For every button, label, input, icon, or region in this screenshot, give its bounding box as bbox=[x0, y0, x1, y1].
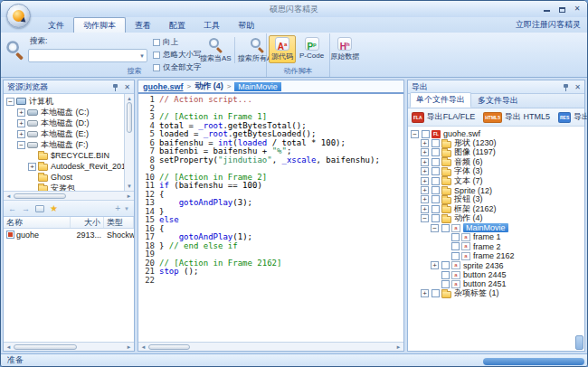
menu-tab-3[interactable]: 配置 bbox=[160, 18, 194, 33]
search-option-1[interactable]: 忽略大小写 bbox=[153, 50, 202, 61]
checkbox-icon[interactable] bbox=[432, 289, 440, 297]
search-as-button-0[interactable]: 搜索当AS bbox=[198, 36, 233, 64]
tree-item[interactable]: +框架 (2162) bbox=[408, 204, 584, 213]
breadcrumb-item-1[interactable]: 动作 (4) bbox=[194, 80, 223, 92]
expand-icon[interactable]: + bbox=[17, 108, 25, 117]
view-mode-button-1[interactable]: PpP-Code bbox=[297, 35, 327, 63]
close-panel-icon[interactable]: ✕ bbox=[574, 83, 581, 91]
breadcrumb-item-2[interactable]: MainMovie bbox=[234, 82, 281, 91]
checkbox-icon[interactable] bbox=[451, 233, 460, 241]
expand-icon[interactable]: + bbox=[421, 167, 429, 175]
actionscript-code-view[interactable]: 1// Action script...23// [Action in Fram… bbox=[138, 94, 403, 342]
checkbox-icon[interactable] bbox=[432, 167, 440, 175]
checkbox-icon[interactable] bbox=[432, 148, 440, 156]
tree-item[interactable]: +杂项标签 (1) bbox=[408, 289, 584, 298]
checkbox-icon[interactable] bbox=[451, 252, 460, 260]
tree-item[interactable]: +图像 (1197) bbox=[408, 148, 584, 157]
tree-item[interactable]: 安装包 bbox=[4, 183, 124, 191]
panel-resize-grip[interactable] bbox=[575, 335, 583, 350]
checkbox-icon[interactable] bbox=[432, 158, 440, 166]
checkbox-icon[interactable] bbox=[432, 177, 440, 185]
checkbox-icon[interactable] bbox=[432, 139, 440, 147]
tree-item[interactable]: +本地磁盘 (D:) bbox=[4, 118, 124, 128]
export-button-0[interactable]: FLA导出FLA/FLE bbox=[412, 111, 475, 123]
search-input[interactable]: ▼ bbox=[28, 49, 147, 62]
export-button-2[interactable]: RES导出资源 bbox=[558, 111, 588, 123]
folder-up-icon[interactable] bbox=[35, 205, 44, 212]
checkbox-icon[interactable] bbox=[432, 186, 440, 194]
expand-icon[interactable]: + bbox=[17, 130, 25, 138]
menu-tab-4[interactable]: 工具 bbox=[194, 18, 229, 33]
close-panel-icon[interactable]: ✕ bbox=[124, 83, 130, 91]
tree-item[interactable]: +本地磁盘 (C:) bbox=[4, 107, 124, 118]
chevron-down-icon[interactable]: ▼ bbox=[139, 53, 145, 59]
tree-item[interactable]: +字体 (3) bbox=[408, 167, 584, 176]
favorites-star-icon[interactable]: ★ bbox=[50, 204, 58, 213]
checkbox-icon[interactable] bbox=[441, 261, 450, 269]
scroll-right-icon[interactable]: ► bbox=[125, 343, 133, 351]
file-list-horizontal-scrollbar[interactable]: ◄ ► bbox=[4, 342, 134, 351]
menu-tab-0[interactable]: 文件 bbox=[39, 18, 73, 33]
tree-item[interactable]: +本地磁盘 (E:) bbox=[4, 128, 124, 139]
add-icon[interactable]: + bbox=[115, 204, 120, 213]
tree-item[interactable]: +Sprite (12) bbox=[408, 185, 584, 194]
tree-item[interactable]: +形状 (1230) bbox=[408, 138, 584, 147]
scroll-right-icon[interactable]: ► bbox=[125, 193, 133, 200]
scroll-thumb[interactable] bbox=[14, 344, 77, 350]
menu-tab-1[interactable]: 动作脚本 bbox=[73, 17, 126, 33]
column-header-0[interactable]: 名称 bbox=[4, 217, 71, 228]
pin-icon[interactable] bbox=[563, 83, 570, 91]
checkbox-icon[interactable] bbox=[441, 271, 450, 279]
forward-icon[interactable]: → bbox=[22, 204, 30, 213]
scroll-left-icon[interactable]: ◄ bbox=[5, 193, 13, 200]
close-button[interactable]: ✕ bbox=[573, 5, 582, 13]
app-orb-button[interactable] bbox=[6, 4, 31, 28]
search-option-0[interactable]: 向上 bbox=[153, 37, 202, 48]
pin-icon[interactable] bbox=[112, 83, 119, 91]
expand-icon[interactable]: + bbox=[28, 163, 36, 171]
export-tab-1[interactable]: 多文件导出 bbox=[472, 94, 524, 108]
tree-item[interactable]: $RECYCLE.BIN bbox=[4, 150, 124, 161]
expand-icon[interactable]: + bbox=[421, 289, 429, 297]
checkbox-icon[interactable] bbox=[432, 214, 440, 222]
expand-icon[interactable]: + bbox=[421, 177, 429, 185]
tree-item[interactable]: −本地磁盘 (F:) bbox=[4, 139, 124, 150]
view-mode-button-2[interactable]: Hh原始数据 bbox=[327, 35, 362, 63]
view-mode-button-0[interactable]: Aa源代码 bbox=[269, 35, 296, 63]
expand-icon[interactable]: + bbox=[421, 205, 429, 213]
expand-icon[interactable]: + bbox=[421, 139, 429, 147]
checkbox-icon[interactable] bbox=[441, 280, 450, 288]
column-header-2[interactable]: 类型 bbox=[104, 217, 134, 228]
expand-icon[interactable]: + bbox=[421, 148, 429, 156]
tree-item[interactable]: +音频 (6) bbox=[408, 157, 584, 166]
back-icon[interactable]: ← bbox=[8, 204, 16, 213]
collapse-icon[interactable]: − bbox=[6, 98, 14, 106]
register-link[interactable]: 立即注册闪客精灵 bbox=[516, 19, 581, 31]
maximize-button[interactable] bbox=[557, 5, 566, 13]
menu-tab-5[interactable]: 帮助 bbox=[229, 18, 263, 33]
collapse-icon[interactable]: − bbox=[421, 214, 429, 222]
column-header-1[interactable]: 大小 bbox=[71, 217, 104, 228]
scroll-down-icon[interactable]: ▼ bbox=[126, 183, 134, 190]
expand-icon[interactable]: + bbox=[17, 119, 25, 127]
export-button-1[interactable]: HTML5导出 HTML5 bbox=[483, 111, 550, 123]
scroll-thumb[interactable] bbox=[127, 102, 132, 133]
chevron-down-icon[interactable]: ▼ bbox=[124, 206, 129, 212]
menu-tab-2[interactable]: 查看 bbox=[126, 18, 160, 33]
scroll-right-icon[interactable]: ► bbox=[394, 343, 403, 351]
checkbox-icon[interactable] bbox=[432, 195, 440, 203]
file-row[interactable]: guohe2913...Shockwave F bbox=[4, 229, 134, 240]
expand-icon[interactable]: + bbox=[421, 186, 429, 194]
expand-icon[interactable]: + bbox=[421, 195, 429, 203]
tree-item[interactable]: +Autodesk_Revit_2016_E bbox=[4, 161, 124, 172]
expand-icon[interactable]: + bbox=[431, 261, 439, 269]
checkbox-icon[interactable] bbox=[153, 39, 160, 46]
collapse-icon[interactable]: − bbox=[17, 141, 25, 149]
expand-icon[interactable]: + bbox=[421, 158, 429, 166]
tree-item[interactable]: +文本 (7) bbox=[408, 176, 584, 185]
folder-tree-horizontal-scrollbar[interactable]: ◄ ► bbox=[4, 191, 134, 200]
export-tab-0[interactable]: 单个文件导出 bbox=[410, 92, 471, 108]
scroll-thumb[interactable] bbox=[14, 193, 66, 199]
minimize-button[interactable] bbox=[542, 5, 551, 13]
code-horizontal-scrollbar[interactable]: ◄ ► bbox=[138, 342, 403, 351]
